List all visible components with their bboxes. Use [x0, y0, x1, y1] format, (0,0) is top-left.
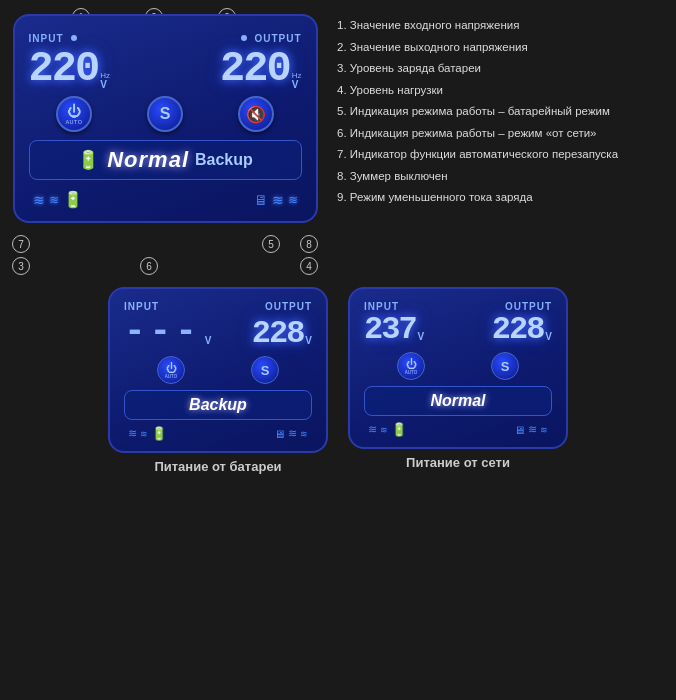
- voltage-display: 220 Hz V 220 Hz V: [29, 48, 302, 90]
- battery-mode-panel: INPUT OUTPUT --- V 228 V ⏻ AUTO: [108, 287, 328, 453]
- wave-left2-icon: ≋: [49, 193, 59, 207]
- legend-item-5: 5. Индикация режима работы – батарейный …: [337, 102, 664, 122]
- input-label: INPUT: [29, 33, 64, 44]
- battery-wave4-icon: ≋: [300, 429, 308, 439]
- annotation-7: 7: [12, 235, 30, 253]
- s-button[interactable]: S: [147, 96, 183, 132]
- mains-wave3-icon: ≋: [528, 423, 537, 436]
- battery-input-group: --- V: [124, 314, 211, 350]
- legend-list: 1. Значение входного напряжения 2. Значе…: [337, 16, 664, 208]
- mains-input-voltage: 237: [364, 314, 416, 346]
- battery-voltage-display: --- V 228 V: [124, 314, 312, 350]
- battery-input-v: V: [205, 336, 212, 346]
- mains-panel-wrapper: INPUT OUTPUT 237 V 228 V ⏻ AUTO: [348, 287, 568, 474]
- mains-output-voltage: 228: [492, 314, 544, 346]
- battery-mode-label: Питание от батареи: [154, 459, 281, 474]
- v-label-input: V: [100, 80, 107, 90]
- mains-wave4-icon: ≋: [540, 425, 548, 435]
- battery-power-icon: ⏻: [166, 362, 177, 374]
- mains-voltage-display: 237 V 228 V: [364, 314, 552, 346]
- annotation-4: 4: [300, 257, 318, 275]
- mains-buttons: ⏻ AUTO S: [364, 352, 552, 380]
- legend-item-8: 8. Зуммер выключен: [337, 167, 664, 187]
- input-units: Hz V: [100, 72, 110, 90]
- output-voltage-digits: 220: [220, 48, 290, 90]
- annotation-3: 3: [12, 257, 30, 275]
- battery-output-label: OUTPUT: [265, 301, 312, 312]
- bottom-indicators: ≋ ≋ 🔋 🖥 ≋ ≋: [29, 188, 302, 211]
- mains-batt-icon: 🔋: [391, 422, 407, 437]
- battery-wave2-icon: ≋: [140, 429, 148, 439]
- legend-item-9: 9. Режим уменьшенного тока заряда: [337, 188, 664, 208]
- battery-batt-icon: 🔋: [151, 426, 167, 441]
- battery-auto-btn[interactable]: ⏻ AUTO: [157, 356, 185, 384]
- mains-mode-label: Питание от сети: [406, 455, 510, 470]
- battery-right-icons: 🖥 ≋ ≋: [274, 427, 308, 440]
- battery-auto-label: AUTO: [165, 374, 177, 379]
- mains-auto-label: AUTO: [405, 370, 417, 375]
- mains-status-bar: Normal: [364, 386, 552, 416]
- legend-section: 1. Значение входного напряжения 2. Значе…: [325, 0, 676, 281]
- power-icon: ⏻: [67, 103, 81, 119]
- speaker-button[interactable]: 🔇: [238, 96, 274, 132]
- mains-auto-btn[interactable]: ⏻ AUTO: [397, 352, 425, 380]
- auto-restart-btn[interactable]: ⏻ AUTO: [56, 96, 92, 132]
- wave-right-icon: ≋: [272, 192, 284, 208]
- annotation-6: 6: [140, 257, 158, 275]
- battery-input-voltage: ---: [124, 314, 201, 350]
- mains-mode-panel: INPUT OUTPUT 237 V 228 V ⏻ AUTO: [348, 287, 568, 449]
- battery-output-voltage: 228: [252, 318, 304, 350]
- mains-power-icon: ⏻: [406, 358, 417, 370]
- battery-wave3-icon: ≋: [288, 427, 297, 440]
- wave-right2-icon: ≋: [288, 193, 298, 207]
- legend-item-6: 6. Индикация режима работы – режим «от с…: [337, 124, 664, 144]
- annotation-8: 8: [300, 235, 318, 253]
- mains-output-v: V: [545, 332, 552, 342]
- legend-item-2: 2. Значение выходного напряжения: [337, 38, 664, 58]
- main-ups-panel: INPUT OUTPUT 220 Hz V 220: [13, 14, 318, 223]
- battery-bottom-row: ≋ ≋ 🔋 🖥 ≋ ≋: [124, 426, 312, 441]
- mains-bottom-row: ≋ ≋ 🔋 🖥 ≋ ≋: [364, 422, 552, 437]
- mains-status-text: Normal: [430, 392, 485, 410]
- battery-monitor-icon: 🖥: [274, 428, 285, 440]
- input-dot: [71, 35, 77, 41]
- output-label: OUTPUT: [254, 33, 301, 44]
- legend-item-1: 1. Значение входного напряжения: [337, 16, 664, 36]
- battery-panel-wrapper: INPUT OUTPUT --- V 228 V ⏻ AUTO: [108, 287, 328, 474]
- input-voltage-digits: 220: [29, 48, 99, 90]
- io-labels-row: INPUT OUTPUT: [29, 28, 302, 46]
- battery-output-group: 228 V: [252, 318, 312, 350]
- status-normal-text: Normal: [107, 147, 189, 173]
- output-voltage-group: 220 Hz V: [220, 48, 301, 90]
- monitor-icon: 🖥: [254, 192, 268, 208]
- left-status-indicators: ≋ ≋ 🔋: [33, 190, 83, 209]
- mains-wave2-icon: ≋: [380, 425, 388, 435]
- output-dot: [241, 35, 247, 41]
- battery-output-v: V: [305, 336, 312, 346]
- mains-monitor-icon: 🖥: [514, 424, 525, 436]
- status-bar: 🔋 Normal Backup: [29, 140, 302, 180]
- mains-right-icons: 🖥 ≋ ≋: [514, 423, 548, 436]
- legend-item-7: 7. Индикатор функции автоматического пер…: [337, 145, 664, 165]
- v-label-output: V: [292, 80, 299, 90]
- battery-status-icon-bottom: 🔋: [63, 190, 83, 209]
- input-voltage-group: 220 Hz V: [29, 48, 110, 90]
- speaker-icon: 🔇: [246, 105, 266, 124]
- mains-input-v: V: [418, 332, 425, 342]
- battery-status-bar: Backup: [124, 390, 312, 420]
- battery-buttons: ⏻ AUTO S: [124, 356, 312, 384]
- right-status-indicators: 🖥 ≋ ≋: [254, 192, 298, 208]
- legend-item-3: 3. Уровень заряда батареи: [337, 59, 664, 79]
- battery-status-icon: 🔋: [77, 149, 99, 171]
- legend-item-4: 4. Уровень нагрузки: [337, 81, 664, 101]
- battery-s-btn[interactable]: S: [251, 356, 279, 384]
- output-units: Hz V: [292, 72, 302, 90]
- battery-wave1-icon: ≋: [128, 427, 137, 440]
- battery-left-icons: ≋ ≋ 🔋: [128, 426, 167, 441]
- status-backup-text: Backup: [195, 151, 253, 169]
- control-buttons-row: ⏻ AUTO S 🔇: [29, 96, 302, 132]
- mains-s-btn[interactable]: S: [491, 352, 519, 380]
- mains-input-group: 237 V: [364, 314, 424, 346]
- mains-left-icons: ≋ ≋ 🔋: [368, 422, 407, 437]
- annotation-5: 5: [262, 235, 280, 253]
